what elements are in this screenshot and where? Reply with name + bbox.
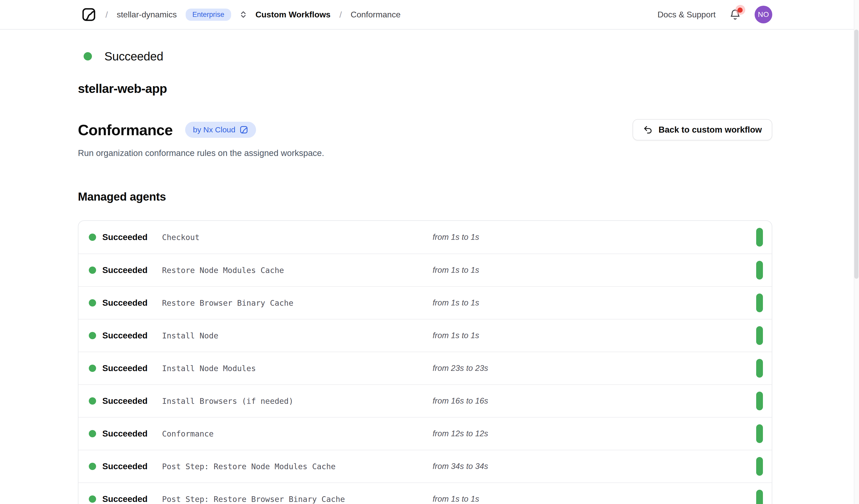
row-status-label: Succeeded xyxy=(102,461,162,471)
status-dot-icon xyxy=(89,430,96,437)
breadcrumb: / stellar-dynamics Enterprise Custom Wor… xyxy=(81,7,401,22)
nx-cloud-logo-icon[interactable] xyxy=(81,7,96,22)
row-status-label: Succeeded xyxy=(102,331,162,340)
workflow-title: Conformance xyxy=(78,121,173,139)
breadcrumb-section[interactable]: Custom Workflows xyxy=(256,10,331,19)
row-status-label: Succeeded xyxy=(102,429,162,439)
back-to-custom-workflow-button[interactable]: Back to custom workflow xyxy=(633,119,772,140)
row-time-range: from 1s to 1s xyxy=(433,331,756,340)
row-duration-bar xyxy=(756,457,763,476)
row-status-label: Succeeded xyxy=(102,363,162,373)
row-step-name: Install Node Modules xyxy=(162,364,433,373)
row-step-name: Restore Browser Binary Cache xyxy=(162,299,433,307)
status-dot-icon xyxy=(89,266,96,274)
provider-badge[interactable]: by Nx Cloud xyxy=(185,122,256,138)
row-time-range: from 1s to 1s xyxy=(433,265,756,275)
agent-step-row[interactable]: Succeeded Install Node from 1s to 1s xyxy=(78,319,772,352)
app-name-title: stellar-web-app xyxy=(78,81,772,96)
user-avatar[interactable]: NO xyxy=(755,6,772,24)
app-window: / stellar-dynamics Enterprise Custom Wor… xyxy=(0,0,859,504)
scrollbar[interactable] xyxy=(854,0,859,504)
row-step-name: Restore Node Modules Cache xyxy=(162,266,433,275)
provider-badge-label: by Nx Cloud xyxy=(193,125,235,134)
row-duration-bar xyxy=(756,293,763,312)
agents-list: Succeeded Checkout from 1s to 1s Succeed… xyxy=(78,220,772,504)
row-duration-bar xyxy=(756,392,763,410)
row-time-range: from 34s to 34s xyxy=(433,462,756,471)
undo-arrow-icon xyxy=(643,125,653,135)
row-step-name: Install Node xyxy=(162,331,433,340)
breadcrumb-page: Conformance xyxy=(350,10,401,19)
row-duration-bar xyxy=(756,326,763,345)
row-step-name: Post Step: Restore Browser Binary Cache xyxy=(162,495,433,504)
row-time-range: from 1s to 1s xyxy=(433,232,756,242)
row-duration-bar xyxy=(756,228,763,247)
row-duration-bar xyxy=(756,424,763,443)
workflow-title-row: Conformance by Nx Cloud xyxy=(78,119,772,140)
status-dot-icon xyxy=(89,397,96,404)
breadcrumb-separator: / xyxy=(340,10,342,20)
agent-step-row[interactable]: Succeeded Restore Browser Binary Cache f… xyxy=(78,286,772,319)
notification-dot xyxy=(737,7,743,13)
agent-step-row[interactable]: Succeeded Restore Node Modules Cache fro… xyxy=(78,254,772,286)
row-duration-bar xyxy=(756,359,763,378)
status-dot-icon xyxy=(89,332,96,339)
status-dot-icon xyxy=(89,299,96,306)
row-time-range: from 16s to 16s xyxy=(433,396,756,406)
breadcrumb-separator: / xyxy=(105,10,108,20)
main-content: Succeeded stellar-web-app Conformance by… xyxy=(78,30,772,504)
back-button-label: Back to custom workflow xyxy=(659,125,762,135)
managed-agents-title: Managed agents xyxy=(78,190,772,203)
status-dot-icon xyxy=(84,52,92,60)
row-time-range: from 12s to 12s xyxy=(433,429,756,438)
row-step-name: Conformance xyxy=(162,429,433,438)
docs-support-link[interactable]: Docs & Support xyxy=(658,10,715,19)
row-status-label: Succeeded xyxy=(102,298,162,308)
row-status-label: Succeeded xyxy=(102,265,162,275)
row-step-name: Post Step: Restore Node Modules Cache xyxy=(162,462,433,471)
scrollbar-thumb[interactable] xyxy=(854,30,858,279)
notifications-button[interactable] xyxy=(729,9,741,20)
workflow-description: Run organization conformance rules on th… xyxy=(78,148,772,158)
row-status-label: Succeeded xyxy=(102,494,162,504)
nx-cloud-logo-icon xyxy=(239,125,248,134)
agent-step-row[interactable]: Succeeded Conformance from 12s to 12s xyxy=(78,417,772,450)
plan-badge: Enterprise xyxy=(186,9,231,21)
navbar-actions: Docs & Support NO xyxy=(658,6,772,24)
status-dot-icon xyxy=(89,463,96,470)
row-status-label: Succeeded xyxy=(102,232,162,242)
agent-step-row[interactable]: Succeeded Install Node Modules from 23s … xyxy=(78,352,772,384)
run-status: Succeeded xyxy=(84,49,772,63)
agent-step-row[interactable]: Succeeded Post Step: Restore Node Module… xyxy=(78,450,772,483)
row-status-label: Succeeded xyxy=(102,396,162,406)
agent-step-row[interactable]: Succeeded Post Step: Restore Browser Bin… xyxy=(78,483,772,504)
top-navbar: / stellar-dynamics Enterprise Custom Wor… xyxy=(0,0,859,30)
status-label: Succeeded xyxy=(104,49,163,63)
status-dot-icon xyxy=(89,233,96,241)
status-dot-icon xyxy=(89,495,96,503)
row-step-name: Checkout xyxy=(162,233,433,242)
row-time-range: from 1s to 1s xyxy=(433,298,756,307)
row-time-range: from 23s to 23s xyxy=(433,364,756,373)
status-dot-icon xyxy=(89,365,96,372)
row-duration-bar xyxy=(756,490,763,504)
chevron-up-down-icon[interactable] xyxy=(239,10,248,19)
breadcrumb-org[interactable]: stellar-dynamics xyxy=(117,10,177,19)
row-time-range: from 1s to 1s xyxy=(433,494,756,504)
row-duration-bar xyxy=(756,261,763,279)
agent-step-row[interactable]: Succeeded Checkout from 1s to 1s xyxy=(78,221,772,254)
agent-step-row[interactable]: Succeeded Install Browsers (if needed) f… xyxy=(78,384,772,417)
row-step-name: Install Browsers (if needed) xyxy=(162,397,433,406)
